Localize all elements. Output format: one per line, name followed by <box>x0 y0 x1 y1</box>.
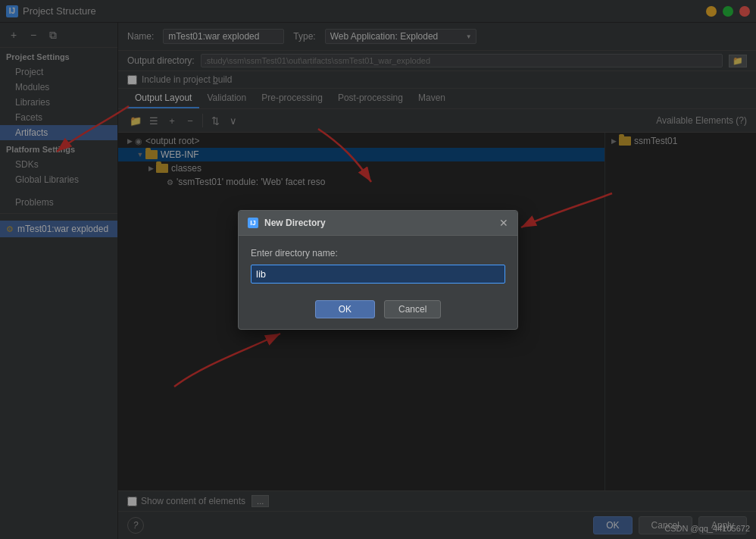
dialog-buttons: OK Cancel <box>239 293 517 329</box>
dialog-icon: IJ <box>248 218 258 228</box>
dialog-prompt-label: Enter directory name: <box>251 248 505 259</box>
dialog-title: New Directory <box>264 218 499 228</box>
new-directory-dialog: IJ New Directory ✕ Enter directory name:… <box>238 210 518 330</box>
dialog-title-bar: IJ New Directory ✕ <box>239 211 517 236</box>
dialog-ok-button[interactable]: OK <box>315 300 375 318</box>
dialog-body: Enter directory name: <box>239 236 517 293</box>
watermark: CSDN @qq_44105672 <box>664 524 750 533</box>
dialog-cancel-button[interactable]: Cancel <box>384 300 441 318</box>
dialog-close-button[interactable]: ✕ <box>499 217 508 229</box>
modal-overlay: IJ New Directory ✕ Enter directory name:… <box>0 0 756 539</box>
dialog-directory-input[interactable] <box>251 265 505 284</box>
